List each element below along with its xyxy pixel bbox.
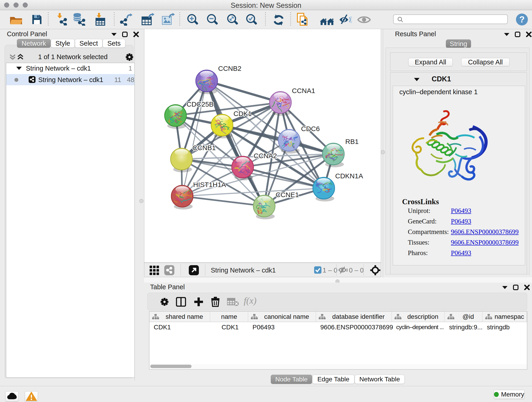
svg-text:CCNB1: CCNB1 (192, 144, 216, 152)
svg-text:CDC25B: CDC25B (186, 100, 214, 108)
svg-text:CDKN1A: CDKN1A (335, 172, 363, 180)
svg-text:CCNA2: CCNA2 (254, 152, 277, 160)
svg-text:CCNB2: CCNB2 (218, 65, 241, 72)
svg-text:CCNA1: CCNA1 (292, 87, 315, 95)
svg-text:CDC6: CDC6 (301, 125, 320, 133)
svg-text:RB1: RB1 (345, 138, 359, 145)
svg-text:CDK1: CDK1 (234, 110, 252, 117)
svg-text:?: ? (519, 15, 525, 24)
svg-text:HIST1H1A: HIST1H1A (193, 181, 226, 188)
svg-text:CCNE1: CCNE1 (276, 191, 299, 198)
